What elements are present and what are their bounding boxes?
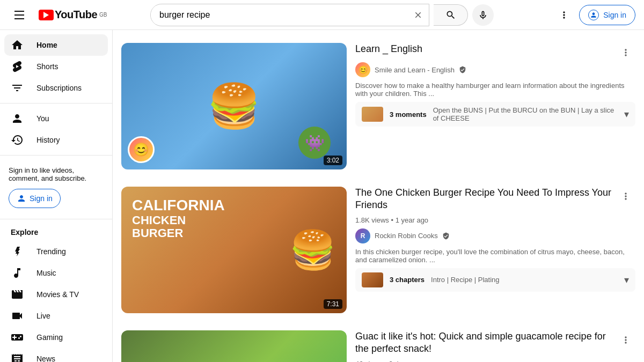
chapters-label-2: 3 chapters xyxy=(390,276,425,284)
sidebar-divider-1 xyxy=(0,103,112,104)
trending-icon xyxy=(11,245,24,258)
more-vert-icon-2 xyxy=(620,191,631,202)
sidebar-news-label: News xyxy=(36,354,55,362)
sign-in-prompt-text: Sign in to like videos, comment, and sub… xyxy=(9,166,104,182)
search-input[interactable] xyxy=(151,6,407,24)
video-info-1: Learn _ English 😊 Smile and Learn - Engl… xyxy=(355,43,635,169)
gaming-icon xyxy=(11,331,24,344)
hamburger-icon xyxy=(14,11,24,19)
movies-icon xyxy=(11,288,24,301)
shorts-icon xyxy=(11,60,24,73)
sidebar-movies-label: Movies & TV xyxy=(36,290,79,299)
thumbnail-3: PERFECTGUACAMOLE! 🥑 xyxy=(121,330,347,362)
time-ago-2: 1 year ago xyxy=(396,216,428,224)
microphone-icon xyxy=(478,10,488,20)
logo-country: GB xyxy=(99,12,107,18)
chapters-text-2: Intro | Recipe | Plating xyxy=(431,276,618,284)
duration-badge-1: 3:02 xyxy=(324,156,342,165)
sidebar-item-trending[interactable]: Trending xyxy=(4,241,108,262)
sidebar-item-movies[interactable]: Movies & TV xyxy=(4,284,108,305)
video-item-2[interactable]: CALIFORNIA CHICKEN BURGER 🍔 7:31 The One… xyxy=(113,178,644,322)
video-title-1: Learn _ English xyxy=(355,43,422,55)
channel-row-1: 😊 Smile and Learn - English xyxy=(355,62,635,77)
video-list: 🍔 👾 😊 3:02 Learn _ English 😊 xyxy=(113,30,644,362)
sidebar-item-history[interactable]: History xyxy=(4,129,108,151)
search-icon xyxy=(445,10,456,20)
video-meta-2: 1.8K views • 1 year ago xyxy=(355,216,635,224)
youtube-logo-icon xyxy=(39,10,54,20)
video-item-1[interactable]: 🍔 👾 😊 3:02 Learn _ English 😊 xyxy=(113,34,644,178)
sidebar-shorts-label: Shorts xyxy=(36,62,58,71)
menu-button[interactable] xyxy=(9,4,30,26)
sidebar-sign-in-button[interactable]: Sign in xyxy=(9,189,61,208)
verified-icon-2 xyxy=(442,232,450,240)
sidebar-item-live[interactable]: Live xyxy=(4,305,108,327)
channel-row-2: R Rockin Robin Cooks xyxy=(355,228,635,243)
close-icon xyxy=(413,10,423,20)
sign-in-label: Sign in xyxy=(603,11,626,19)
main-content: 🍔 👾 😊 3:02 Learn _ English 😊 xyxy=(113,30,644,362)
moments-thumb-1 xyxy=(362,107,383,122)
sidebar-home-label: Home xyxy=(36,41,57,49)
sidebar-item-subscriptions[interactable]: Subscriptions xyxy=(4,77,108,99)
sidebar-item-home[interactable]: Home xyxy=(4,34,108,56)
video-more-button-3[interactable] xyxy=(616,330,635,350)
moments-text-1: Open the BUNS | Put the BURCU on the BUN… xyxy=(433,106,618,122)
video-title-2: The One Chicken Burger Recipe You Need T… xyxy=(355,187,616,212)
history-icon xyxy=(11,134,24,146)
sidebar: Home Shorts Subscriptions You History Si… xyxy=(0,30,113,362)
sidebar-item-shorts[interactable]: Shorts xyxy=(4,56,108,77)
video-info-3: Guac it like it's hot: Quick and simple … xyxy=(355,330,635,362)
video-title-3: Guac it like it's hot: Quick and simple … xyxy=(355,330,616,356)
sign-in-icon xyxy=(588,10,599,20)
sidebar-music-label: Music xyxy=(36,269,56,277)
views-2: 1.8K views xyxy=(355,216,389,224)
sidebar-item-you[interactable]: You xyxy=(4,108,108,129)
sidebar-item-music[interactable]: Music xyxy=(4,262,108,284)
video-info-2: The One Chicken Burger Recipe You Need T… xyxy=(355,187,635,313)
more-vert-icon-1 xyxy=(620,47,631,58)
video-item-3[interactable]: PERFECTGUACAMOLE! 🥑 Guac it like it's ho… xyxy=(113,322,644,362)
youtube-logo[interactable]: YouTubeGB xyxy=(39,9,107,21)
thumbnail-1: 🍔 👾 😊 3:02 xyxy=(121,43,347,169)
video-more-button-1[interactable] xyxy=(616,43,635,62)
header: YouTubeGB xyxy=(0,0,644,30)
video-description-1: Discover how to make a healthy hamburger… xyxy=(355,82,635,98)
thumb-line2: CHICKEN xyxy=(132,214,336,227)
sidebar-history-label: History xyxy=(36,136,60,144)
video-more-button-2[interactable] xyxy=(616,187,635,206)
expand-icon-2: ▾ xyxy=(624,274,629,286)
views-3: 46 views xyxy=(355,360,383,362)
sidebar-subscriptions-label: Subscriptions xyxy=(36,84,82,92)
thumbnail-2: CALIFORNIA CHICKEN BURGER 🍔 7:31 xyxy=(121,187,347,313)
burger-emoji: 🍔 xyxy=(207,81,261,131)
header-right: Sign in xyxy=(528,4,635,26)
sign-in-button[interactable]: Sign in xyxy=(579,5,635,25)
sidebar-trending-label: Trending xyxy=(36,247,66,256)
moments-bar-1[interactable]: 3 moments Open the BUNS | Put the BURCU … xyxy=(355,102,635,127)
subscriptions-icon xyxy=(11,82,24,94)
expand-icon-1: ▾ xyxy=(624,108,629,120)
sign-in-prompt-section: Sign in to like videos, comment, and sub… xyxy=(0,160,112,215)
duration-badge-2: 7:31 xyxy=(324,299,342,309)
verified-icon-1 xyxy=(459,66,466,73)
channel-avatar-1: 😊 xyxy=(355,62,370,77)
logo-text: YouTube xyxy=(55,9,97,21)
home-icon xyxy=(11,39,24,51)
burger-thumb-2: 🍔 xyxy=(289,228,336,272)
sidebar-item-news[interactable]: News xyxy=(4,348,108,362)
music-icon xyxy=(11,267,24,279)
more-options-button[interactable] xyxy=(553,4,575,26)
sidebar-item-gaming[interactable]: Gaming xyxy=(4,327,108,348)
chapters-bar-2[interactable]: 3 chapters Intro | Recipe | Plating ▾ xyxy=(355,268,635,292)
more-vert-icon xyxy=(559,10,569,20)
explore-section-title: Explore xyxy=(0,224,112,241)
search-button[interactable] xyxy=(434,4,468,26)
header-center xyxy=(150,4,494,26)
channel-name-1: Smile and Learn - English xyxy=(375,66,455,74)
sidebar-divider-3 xyxy=(0,219,112,219)
voice-search-button[interactable] xyxy=(472,4,494,26)
clear-search-button[interactable] xyxy=(407,4,429,26)
you-icon xyxy=(11,112,24,125)
moments-label-1: 3 moments xyxy=(390,110,427,119)
